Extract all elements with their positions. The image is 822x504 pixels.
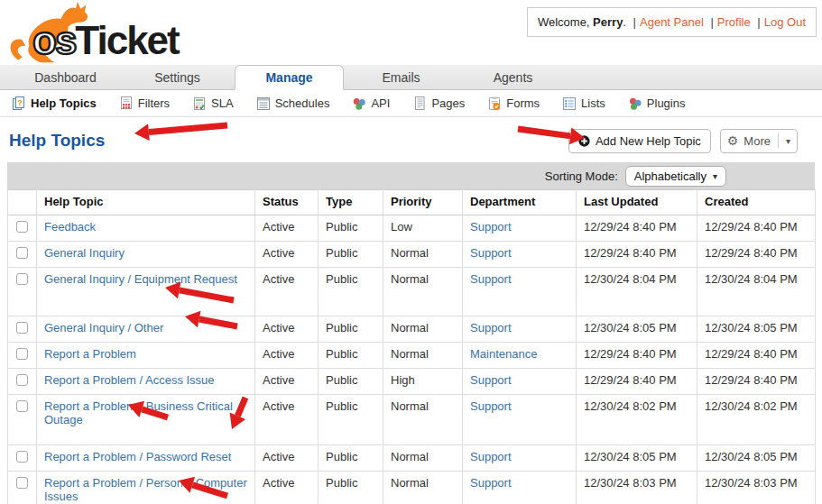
add-new-help-topic-button[interactable]: Add New Help Topic	[568, 129, 711, 153]
status-cell: Active	[255, 316, 319, 343]
help-topic-cell: Report a Problem / Business Critical Out…	[37, 395, 255, 445]
last-updated-cell: 12/30/24 8:05 PM	[577, 316, 697, 343]
department-link[interactable]: Support	[470, 450, 512, 463]
created-cell: 12/29/24 8:40 PM	[697, 343, 816, 369]
row-checkbox-cell	[8, 343, 37, 369]
tab-settings[interactable]: Settings	[123, 65, 232, 89]
last-updated-cell: 12/29/24 8:40 PM	[577, 215, 697, 242]
created-cell: 12/30/24 8:05 PM	[697, 316, 816, 343]
api-icon	[352, 96, 366, 111]
welcome-box: Welcome, Perry. |Agent Panel |Profile |L…	[527, 7, 817, 37]
type-cell: Public	[319, 316, 383, 343]
subnav-sla[interactable]: SLA	[192, 96, 234, 111]
col-type: Type	[319, 190, 383, 215]
department-link[interactable]: Support	[470, 399, 512, 413]
help-topic-link[interactable]: Report a Problem / Access Issue	[44, 373, 215, 387]
help-topic-link[interactable]: Report a Problem	[44, 347, 136, 361]
row-checkbox-cell	[8, 316, 37, 343]
header-checkbox-cell	[8, 190, 37, 215]
department-link[interactable]: Support	[470, 246, 512, 260]
row-checkbox-cell	[8, 268, 37, 316]
row-checkbox-cell	[8, 242, 37, 268]
sorting-mode-select[interactable]: Alphabetically ▾	[625, 166, 726, 187]
department-cell: Support	[463, 369, 577, 395]
help-topic-link[interactable]: Report a Problem / Password Reset	[44, 450, 231, 463]
priority-cell: Low	[383, 215, 463, 242]
subnav-help-topics[interactable]: ? Help Topics	[12, 96, 97, 111]
col-status: Status	[255, 190, 319, 215]
help-topic-link[interactable]: General Inquiry / Other	[44, 321, 163, 334]
type-cell: Public	[319, 215, 383, 242]
page-header-row: Help Topics Add New Help Topic ⚙ More ▾	[0, 126, 822, 155]
created-cell: 12/29/24 8:40 PM	[697, 369, 816, 395]
table-row: Report a ProblemActivePublicNormalMainte…	[8, 343, 816, 369]
plus-circle-icon	[578, 135, 590, 147]
type-cell: Public	[319, 242, 383, 268]
tab-dashboard[interactable]: Dashboard	[11, 65, 120, 89]
row-checkbox[interactable]	[16, 348, 28, 360]
department-link[interactable]: Support	[470, 373, 512, 387]
priority-cell: Normal	[383, 395, 463, 445]
button-divider	[778, 133, 779, 148]
help-topic-link[interactable]: General Inquiry	[44, 246, 125, 260]
tab-manage[interactable]: Manage	[235, 65, 344, 90]
status-cell: Active	[255, 215, 319, 242]
priority-cell: Normal	[383, 316, 463, 343]
type-cell: Public	[319, 395, 383, 445]
welcome-text: Welcome,	[538, 15, 590, 29]
row-checkbox[interactable]	[16, 374, 28, 386]
help-topic-cell: Report a Problem / Password Reset	[37, 445, 255, 472]
department-link[interactable]: Support	[470, 476, 512, 490]
more-caret-icon[interactable]: ▾	[786, 136, 790, 146]
help-topic-link[interactable]: Feedback	[44, 220, 96, 234]
help-topic-link[interactable]: Report a Problem / Business Critical Out…	[44, 399, 233, 426]
table-row: Report a Problem / Access IssueActivePub…	[8, 369, 816, 395]
created-cell: 12/30/24 8:03 PM	[697, 472, 816, 504]
type-cell: Public	[319, 472, 383, 504]
tab-emails[interactable]: Emails	[346, 65, 456, 89]
last-updated-cell: 12/29/24 8:40 PM	[577, 369, 697, 395]
help-topic-cell: General Inquiry	[37, 242, 255, 268]
subnav-pages[interactable]: Pages	[412, 96, 465, 111]
subnav-schedules[interactable]: Schedules	[256, 96, 330, 111]
help-topic-link[interactable]: General Inquiry / Equipment Request	[44, 272, 237, 286]
department-link[interactable]: Support	[470, 272, 512, 286]
tab-agents[interactable]: Agents	[458, 65, 568, 89]
row-checkbox[interactable]	[16, 221, 28, 233]
priority-cell: Normal	[383, 445, 463, 472]
row-checkbox[interactable]	[16, 247, 28, 259]
department-link[interactable]: Support	[470, 321, 512, 334]
row-checkbox[interactable]	[16, 477, 28, 489]
department-link[interactable]: Maintenance	[470, 347, 537, 361]
logout-link[interactable]: Log Out	[764, 15, 806, 29]
row-checkbox[interactable]	[16, 451, 28, 463]
more-button[interactable]: ⚙ More ▾	[720, 129, 798, 153]
col-priority: Priority	[383, 190, 463, 215]
department-cell: Support	[463, 215, 577, 242]
last-updated-cell: 12/30/24 8:02 PM	[577, 395, 697, 445]
row-checkbox[interactable]	[16, 273, 28, 285]
department-link[interactable]: Support	[470, 220, 512, 234]
sorting-bar: Sorting Mode: Alphabetically ▾	[7, 162, 815, 189]
subnav-api[interactable]: API	[352, 96, 390, 111]
row-checkbox-cell	[8, 215, 37, 242]
agent-panel-link[interactable]: Agent Panel	[640, 15, 704, 29]
subnav-plugins[interactable]: Plugins	[628, 96, 686, 111]
help-topic-link[interactable]: Report a Problem / Personal Computer Iss…	[44, 476, 247, 503]
subnav-filters[interactable]: Filters	[119, 96, 170, 111]
profile-link[interactable]: Profile	[717, 15, 751, 29]
type-cell: Public	[319, 369, 383, 395]
filters-icon	[119, 96, 134, 111]
created-cell: 12/29/24 8:40 PM	[697, 215, 816, 242]
status-cell: Active	[255, 343, 319, 369]
subnav-forms[interactable]: Forms	[487, 96, 540, 111]
help-topics-icon: ?	[12, 96, 26, 111]
table-row: Report a Problem / Personal Computer Iss…	[8, 472, 816, 504]
row-checkbox[interactable]	[16, 400, 28, 412]
priority-cell: Normal	[383, 242, 463, 268]
manage-subnav: ? Help Topics Filters SLA	[0, 90, 822, 117]
row-checkbox[interactable]	[16, 322, 28, 334]
last-updated-cell: 12/29/24 8:40 PM	[577, 242, 697, 268]
subnav-lists[interactable]: Lists	[562, 96, 605, 111]
pages-icon	[412, 96, 427, 111]
